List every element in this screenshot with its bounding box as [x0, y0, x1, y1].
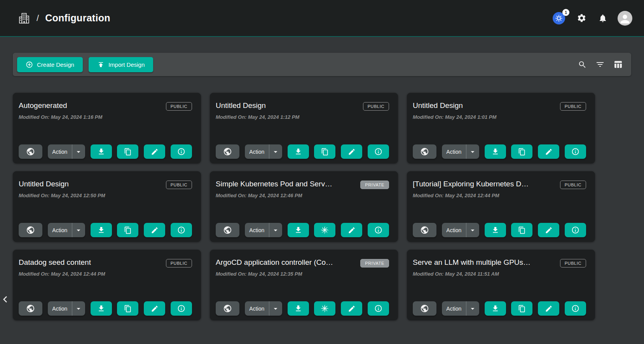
action-dropdown-toggle[interactable]: [72, 301, 85, 316]
visibility-globe-button[interactable]: [413, 301, 436, 316]
create-design-button[interactable]: Create Design: [17, 57, 83, 72]
visibility-globe-button[interactable]: [216, 144, 239, 159]
action-button-label[interactable]: Action: [245, 144, 269, 159]
edit-button[interactable]: [144, 301, 165, 316]
caret-down-icon: [74, 304, 83, 313]
clone-button[interactable]: [511, 301, 532, 316]
settings-button[interactable]: [575, 12, 588, 24]
visibility-chip: PUBLIC: [166, 181, 192, 189]
clone-button[interactable]: [314, 301, 335, 316]
action-dropdown-toggle[interactable]: [466, 144, 479, 159]
action-dropdown-toggle[interactable]: [269, 301, 282, 316]
clone-button[interactable]: [314, 144, 335, 159]
clone-button[interactable]: [117, 223, 138, 237]
info-button[interactable]: [368, 301, 389, 316]
action-split-button[interactable]: Action: [442, 301, 479, 316]
download-button[interactable]: [485, 301, 506, 316]
action-split-button[interactable]: Action: [245, 301, 282, 316]
design-card: Untitled Design PUBLIC Modified On: May …: [210, 93, 398, 163]
clone-button[interactable]: [314, 223, 335, 237]
download-icon: [294, 148, 302, 156]
action-button-label[interactable]: Action: [48, 144, 72, 159]
info-button[interactable]: [171, 301, 192, 316]
action-dropdown-toggle[interactable]: [466, 301, 479, 316]
action-split-button[interactable]: Action: [48, 301, 85, 316]
download-button[interactable]: [288, 144, 309, 159]
download-button[interactable]: [91, 301, 112, 316]
visibility-globe-button[interactable]: [19, 301, 42, 316]
action-button-label[interactable]: Action: [245, 223, 269, 237]
info-icon: [177, 148, 185, 156]
download-button[interactable]: [288, 301, 309, 316]
clone-button[interactable]: [117, 144, 138, 159]
action-dropdown-toggle[interactable]: [72, 144, 85, 159]
action-button-label[interactable]: Action: [245, 301, 269, 316]
table-view-button[interactable]: [612, 58, 624, 71]
design-card: Untitled Design PUBLIC Modified On: May …: [13, 171, 201, 242]
action-dropdown-toggle[interactable]: [269, 223, 282, 237]
pencil-icon: [348, 226, 356, 234]
table-view-icon: [613, 60, 623, 69]
action-split-button[interactable]: Action: [48, 223, 85, 237]
info-button[interactable]: [565, 223, 586, 237]
download-icon: [97, 304, 105, 313]
edit-button[interactable]: [144, 223, 165, 237]
edit-button[interactable]: [538, 144, 559, 159]
download-button[interactable]: [91, 223, 112, 237]
download-button[interactable]: [91, 144, 112, 159]
visibility-globe-button[interactable]: [19, 144, 42, 159]
sidebar-collapse-chevron[interactable]: [0, 294, 10, 304]
edit-button[interactable]: [538, 223, 559, 237]
action-split-button[interactable]: Action: [48, 144, 85, 159]
download-icon: [491, 226, 499, 234]
info-button[interactable]: [368, 223, 389, 237]
user-avatar[interactable]: [618, 11, 632, 26]
download-button[interactable]: [288, 223, 309, 237]
action-dropdown-toggle[interactable]: [466, 223, 479, 237]
action-split-button[interactable]: Action: [245, 223, 282, 237]
visibility-globe-button[interactable]: [216, 301, 239, 316]
edit-button[interactable]: [538, 301, 559, 316]
visibility-globe-button[interactable]: [413, 144, 436, 159]
clone-button[interactable]: [117, 301, 138, 316]
download-button[interactable]: [485, 223, 506, 237]
info-button[interactable]: [565, 301, 586, 316]
action-split-button[interactable]: Action: [442, 144, 479, 159]
visibility-globe-button[interactable]: [19, 223, 42, 237]
download-button[interactable]: [485, 144, 506, 159]
caret-down-icon: [271, 226, 280, 235]
info-button[interactable]: [368, 144, 389, 159]
action-dropdown-toggle[interactable]: [72, 223, 85, 237]
edit-button[interactable]: [341, 223, 362, 237]
action-split-button[interactable]: Action: [245, 144, 282, 159]
filter-button[interactable]: [594, 58, 606, 71]
clone-button[interactable]: [511, 144, 532, 159]
kubernetes-context-button[interactable]: 1: [551, 10, 567, 26]
breadcrumb: / Configuration: [18, 12, 110, 24]
search-button[interactable]: [576, 59, 588, 71]
info-button[interactable]: [171, 223, 192, 237]
clone-button[interactable]: [511, 223, 532, 237]
modified-on-label: Modified On: May 24, 2024 12:50 PM: [19, 193, 192, 198]
organization-building-icon[interactable]: [18, 12, 30, 24]
notifications-button[interactable]: [597, 12, 609, 24]
action-split-button[interactable]: Action: [442, 223, 479, 237]
action-button-label[interactable]: Action: [48, 301, 72, 316]
info-button[interactable]: [171, 144, 192, 159]
edit-button[interactable]: [341, 301, 362, 316]
modified-on-label: Modified On: May 24, 2024 1:12 PM: [216, 114, 389, 120]
action-button-label[interactable]: Action: [442, 301, 466, 316]
info-button[interactable]: [565, 144, 586, 159]
context-count-badge: 1: [562, 9, 569, 16]
edit-button[interactable]: [341, 144, 362, 159]
action-button-label[interactable]: Action: [48, 223, 72, 237]
action-dropdown-toggle[interactable]: [269, 144, 282, 159]
visibility-globe-button[interactable]: [413, 223, 436, 237]
card-actions: Action: [19, 144, 192, 159]
action-button-label[interactable]: Action: [442, 223, 466, 237]
edit-button[interactable]: [144, 144, 165, 159]
action-button-label[interactable]: Action: [442, 144, 466, 159]
visibility-globe-button[interactable]: [216, 223, 239, 237]
info-icon: [374, 304, 382, 313]
import-design-button[interactable]: Import Design: [89, 57, 153, 72]
